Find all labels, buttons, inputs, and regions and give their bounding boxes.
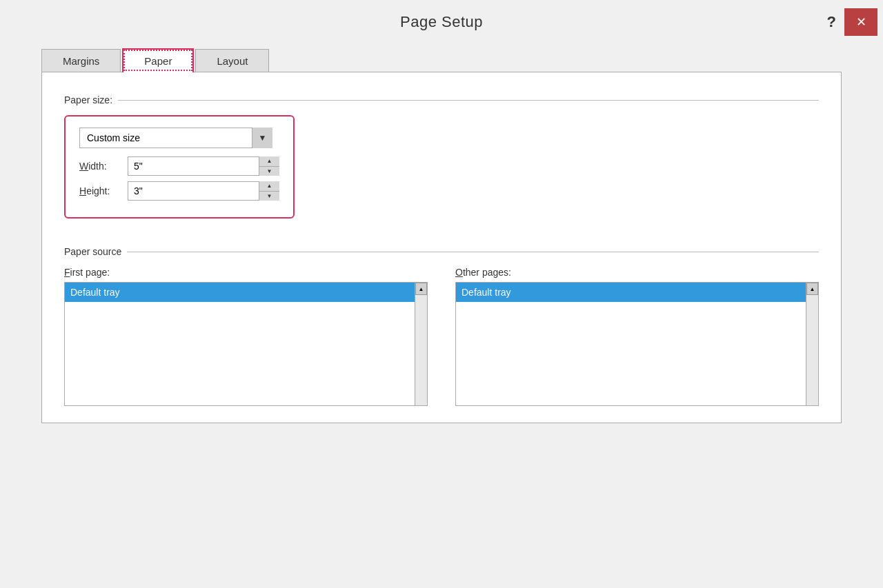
width-increment-button[interactable]: ▲: [259, 156, 279, 167]
width-row: Width: ▲ ▼: [79, 156, 279, 176]
close-button[interactable]: ✕: [844, 8, 877, 36]
other-pages-scrollbar: ▲: [806, 283, 818, 405]
paper-size-select[interactable]: Custom size Letter Legal A4 A3: [79, 128, 272, 148]
height-input[interactable]: [128, 181, 279, 201]
height-label: Height:: [79, 185, 128, 196]
first-page-default-tray[interactable]: Default tray: [65, 283, 415, 302]
paper-source-section-header: Paper source: [64, 246, 819, 257]
tab-paper[interactable]: Paper: [122, 48, 194, 72]
width-decrement-button[interactable]: ▼: [259, 167, 279, 176]
tabs-container: Margins Paper Layout: [41, 41, 842, 72]
other-pages-scroll-up[interactable]: ▲: [806, 283, 818, 295]
section-divider-line: [118, 100, 819, 101]
height-decrement-button[interactable]: ▼: [259, 192, 279, 201]
dialog-title: Page Setup: [400, 13, 483, 30]
dialog-body: Margins Paper Layout Paper size:: [0, 41, 883, 588]
tab-margins[interactable]: Margins: [41, 49, 121, 72]
paper-size-section-label: Paper size:: [64, 94, 118, 105]
title-bar-center: Page Setup: [224, 13, 659, 31]
width-spinner: ▲ ▼: [128, 156, 279, 176]
first-page-scroll-track: [415, 295, 427, 405]
first-page-scroll-up[interactable]: ▲: [415, 283, 427, 295]
tab-layout-label: Layout: [217, 55, 248, 67]
paper-source-divider: [127, 252, 819, 252]
first-page-label: First page:: [64, 267, 428, 278]
first-page-col: First page: Default tray ▲: [64, 267, 428, 406]
tab-layout[interactable]: Layout: [195, 49, 269, 72]
width-label: Width:: [79, 161, 128, 172]
paper-size-dropdown-row: Custom size Letter Legal A4 A3 ▼: [79, 128, 279, 148]
width-spinner-buttons: ▲ ▼: [259, 156, 279, 176]
height-increment-button[interactable]: ▲: [259, 181, 279, 192]
paper-size-section-header: Paper size:: [64, 94, 819, 105]
first-page-listbox[interactable]: Default tray ▲: [64, 282, 428, 406]
paper-size-dropdown-wrapper: Custom size Letter Legal A4 A3 ▼: [79, 128, 272, 148]
paper-source-section: Paper source First page: Default tray: [64, 246, 819, 406]
height-spinner-buttons: ▲ ▼: [259, 181, 279, 201]
other-pages-listbox[interactable]: Default tray ▲: [455, 282, 819, 406]
height-spinner: ▲ ▼: [128, 181, 279, 201]
tab-margins-label: Margins: [63, 55, 99, 67]
height-row: Height: ▲ ▼: [79, 181, 279, 201]
paper-size-highlight-box: Custom size Letter Legal A4 A3 ▼ Width:: [64, 115, 295, 219]
width-input[interactable]: [128, 156, 279, 176]
title-bar-right: ? ✕: [659, 8, 877, 36]
other-pages-default-tray[interactable]: Default tray: [456, 283, 806, 302]
title-bar: Page Setup ? ✕: [0, 0, 883, 41]
other-pages-col: Other pages: Default tray ▲: [455, 267, 819, 406]
first-page-scrollbar: ▲: [415, 283, 427, 405]
first-page-listbox-content: Default tray: [65, 283, 415, 405]
tab-paper-label: Paper: [144, 55, 172, 67]
paper-source-section-label: Paper source: [64, 246, 127, 257]
content-panel: Paper size: Custom size Letter Legal A4 …: [41, 72, 842, 423]
other-pages-scroll-track: [806, 295, 818, 405]
source-columns: First page: Default tray ▲: [64, 267, 819, 406]
other-pages-listbox-content: Default tray: [456, 283, 806, 405]
page-setup-dialog: Page Setup ? ✕ Margins Paper Layout: [0, 0, 883, 588]
help-button[interactable]: ?: [822, 10, 842, 34]
other-pages-label: Other pages:: [455, 267, 819, 278]
